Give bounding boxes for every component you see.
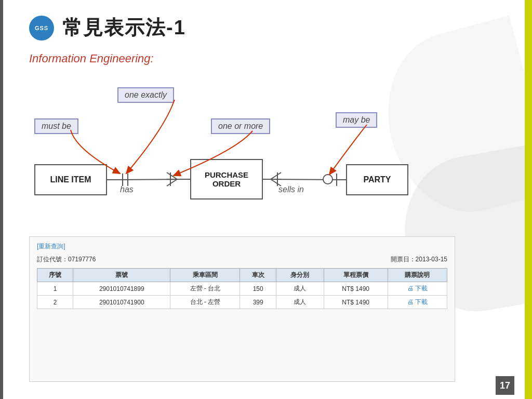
badge-must-be: must be	[34, 118, 78, 134]
content-area: GSS 常見表示法-1 Information Engineering: mus…	[3, 0, 525, 399]
svg-point-10	[323, 175, 332, 184]
cell-train: 399	[240, 296, 276, 309]
download-link[interactable]: 🖨 下載	[407, 298, 428, 305]
cell-ticket: 2901010741899	[73, 282, 170, 296]
cell-train: 150	[240, 282, 276, 296]
diagram-area: must be one exactly one or more may be L…	[29, 77, 455, 222]
cell-note: 🖨 下載	[388, 282, 447, 296]
badge-one-or-more: one or more	[211, 118, 270, 134]
entity-party: PARTY	[346, 164, 408, 195]
logo-text: GSS	[35, 25, 48, 31]
col-train: 車次	[240, 269, 276, 282]
col-ticket: 票號	[73, 269, 170, 282]
order-number: 訂位代號：07197776	[37, 255, 96, 264]
subtitle: Information Engineering:	[29, 52, 154, 65]
col-seq: 序號	[37, 269, 73, 282]
cell-seq: 1	[37, 282, 73, 296]
logo: GSS	[29, 16, 54, 41]
order-date: 開票日：2013-03-15	[391, 255, 447, 264]
svg-line-12	[271, 172, 281, 179]
screenshot-inner: [重新查詢] 訂位代號：07197776 開票日：2013-03-15 序號 票…	[30, 237, 455, 314]
table-row: 1 2901010741899 左營 - 台北 150 成人 NT$ 1490 …	[37, 282, 447, 296]
cell-route: 台北 - 左營	[170, 296, 240, 309]
col-type: 身分別	[276, 269, 324, 282]
page-title: 常見表示法-1	[62, 15, 186, 41]
col-route: 乘車區間	[170, 269, 240, 282]
header: GSS 常見表示法-1	[29, 15, 186, 41]
cell-type: 成人	[276, 296, 324, 309]
cell-route: 左營 - 台北	[170, 282, 240, 296]
rel-has-label: has	[120, 185, 134, 194]
right-bar	[525, 0, 532, 399]
cell-price: NT$ 1490	[324, 282, 388, 296]
badge-may-be: may be	[336, 112, 377, 128]
svg-line-9	[263, 179, 346, 180]
order-info: 訂位代號：07197776 開票日：2013-03-15	[37, 255, 447, 264]
diagram-svg	[29, 77, 455, 222]
cell-seq: 2	[37, 296, 73, 309]
col-note: 購票說明	[388, 269, 447, 282]
cell-note: 🖨 下載	[388, 296, 447, 309]
tickets-table: 序號 票號 乘車區間 車次 身分別 單程票價 購票說明 1 2901010741…	[37, 268, 447, 309]
entity-purchase-order: PURCHASE ORDER	[190, 159, 263, 200]
table-row: 2 2901010741900 台北 - 左營 399 成人 NT$ 1490 …	[37, 296, 447, 309]
entity-line-item: LINE ITEM	[34, 164, 107, 195]
download-link[interactable]: 🖨 下載	[407, 285, 428, 292]
svg-line-5	[167, 172, 177, 179]
svg-line-2	[107, 179, 190, 180]
cell-ticket: 2901010741900	[73, 296, 170, 309]
cell-type: 成人	[276, 282, 324, 296]
reset-link[interactable]: [重新查詢]	[37, 243, 65, 250]
badge-one-exactly: one exactly	[117, 87, 174, 103]
cell-price: NT$ 1490	[324, 296, 388, 309]
col-price: 單程票價	[324, 269, 388, 282]
slide-number: 17	[496, 376, 514, 395]
rel-sells-in-label: sells in	[278, 185, 304, 194]
table-header-row: 序號 票號 乘車區間 車次 身分別 單程票價 購票說明	[37, 269, 447, 282]
screenshot-area: [重新查詢] 訂位代號：07197776 開票日：2013-03-15 序號 票…	[29, 236, 455, 382]
svg-line-6	[167, 179, 177, 186]
